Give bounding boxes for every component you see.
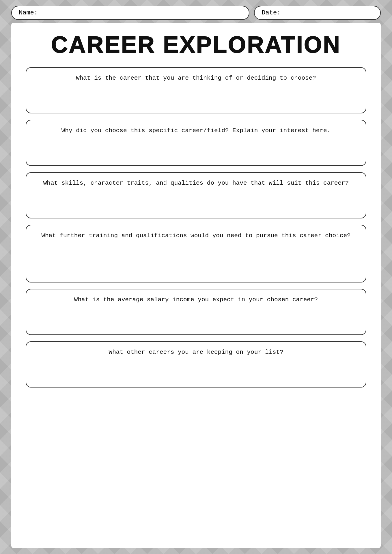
name-label: Name: xyxy=(19,9,38,16)
question-box-5: What is the average salary income you ex… xyxy=(26,289,366,335)
page-title: Career Exploration xyxy=(51,31,341,58)
date-label: Date: xyxy=(262,9,281,16)
question-box-3: What skills, character traits, and quali… xyxy=(26,172,366,218)
question-box-2: Why did you choose this specific career/… xyxy=(26,120,366,166)
question-1-text: What is the career that you are thinking… xyxy=(35,74,357,83)
name-field: Name: xyxy=(11,6,249,20)
header-bar: Name: Date: xyxy=(11,6,381,20)
question-box-4: What further training and qualifications… xyxy=(26,225,366,282)
question-box-1: What is the career that you are thinking… xyxy=(26,67,366,113)
main-card: Career Exploration What is the career th… xyxy=(11,23,381,548)
question-4-text: What further training and qualifications… xyxy=(35,231,357,240)
question-3-text: What skills, character traits, and quali… xyxy=(35,179,357,188)
question-5-text: What is the average salary income you ex… xyxy=(35,295,357,304)
date-field: Date: xyxy=(254,6,381,20)
question-6-text: What other careers you are keeping on yo… xyxy=(35,348,357,357)
question-2-text: Why did you choose this specific career/… xyxy=(35,126,357,135)
question-box-6: What other careers you are keeping on yo… xyxy=(26,341,366,388)
